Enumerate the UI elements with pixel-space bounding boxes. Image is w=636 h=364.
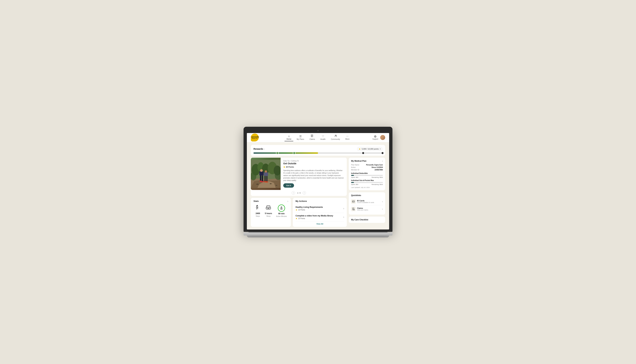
view-all-link[interactable]: View All bbox=[296, 222, 344, 225]
tip-points: ★ 20 Points bbox=[283, 166, 294, 168]
svg-point-4 bbox=[335, 135, 336, 136]
nav-right: Support bbox=[372, 135, 385, 140]
care-checklist-card: My Care Checklist bbox=[349, 216, 385, 223]
checkpoint-2: ✓ bbox=[293, 152, 296, 154]
action-title-media-video: Complete a video from my Media library bbox=[296, 214, 333, 217]
got-it-button[interactable]: Got it bbox=[283, 183, 294, 188]
stat-item-sleep: 5 hours Sleep bbox=[265, 204, 272, 217]
nav-label-claims: Claims bbox=[310, 138, 315, 140]
star-icon: ★ bbox=[359, 148, 361, 150]
rewards-title[interactable]: Rewards › bbox=[254, 148, 264, 150]
action-arrow-1: › bbox=[343, 207, 344, 210]
sleep-value: 5 hours bbox=[265, 212, 272, 214]
actions-header: My Actions bbox=[296, 200, 344, 202]
nav-item-home[interactable]: ⌂ Home bbox=[284, 134, 293, 141]
tip-body: Spending time outdoors offers a multitud… bbox=[283, 169, 344, 182]
active-label: Active Minutes bbox=[276, 216, 287, 217]
checkpoint-3 bbox=[362, 152, 364, 154]
nav-label-community: Community bbox=[331, 138, 340, 140]
user-avatar[interactable] bbox=[380, 135, 385, 140]
svg-point-41 bbox=[270, 208, 270, 208]
rewards-progress-fill: ✓ ✓ bbox=[254, 152, 318, 154]
deductible-info: Spent: $50 Remaining: $500 bbox=[351, 176, 383, 178]
deductible-fill bbox=[351, 175, 354, 176]
nav-item-claims[interactable]: Claims bbox=[308, 134, 317, 142]
prev-page-button[interactable]: ‹ bbox=[292, 191, 295, 194]
bottom-cols: Stats › bbox=[251, 198, 347, 227]
daily-tip-card: Daily Tip • Getting Fit Get Outside ★ 20… bbox=[251, 158, 347, 196]
plan-active-row: Active Since 1/1/2024 bbox=[351, 166, 383, 168]
svg-point-18 bbox=[256, 184, 259, 185]
logo[interactable]: ~personify HEALTH bbox=[251, 134, 259, 142]
action-arrow-2: › bbox=[343, 216, 344, 218]
page-indicator: 1 / 3 bbox=[297, 192, 300, 194]
nav-item-my-plans[interactable]: ☰ My Plans bbox=[295, 134, 306, 142]
svg-point-19 bbox=[270, 183, 272, 184]
tip-star-icon: ★ bbox=[283, 166, 285, 168]
action-item-healthy-living[interactable]: Healthy Living Requirements ★ 10 Points … bbox=[296, 204, 344, 213]
quicklink-arrow-id-cards: › bbox=[382, 200, 383, 203]
stats-arrow-icon[interactable]: › bbox=[288, 200, 288, 202]
support-button[interactable]: Support bbox=[372, 135, 378, 140]
nav-item-more[interactable]: ··· More bbox=[343, 134, 352, 141]
quicklink-desc-claims: View your claims bbox=[357, 209, 368, 211]
svg-rect-38 bbox=[268, 208, 269, 209]
plan-header: My Medical Plan › bbox=[351, 160, 383, 162]
plan-name-value: Personify Cigna Care bbox=[366, 164, 383, 166]
community-icon bbox=[334, 134, 337, 138]
active-icon-circle bbox=[278, 204, 285, 212]
right-column: My Medical Plan › Plan Name Personify Ci… bbox=[349, 158, 385, 223]
stats-header: Stats › bbox=[254, 200, 288, 202]
plan-arrow-icon[interactable]: › bbox=[382, 160, 383, 162]
deductible-title: Individual Deductible bbox=[351, 172, 383, 174]
quicklink-desc-id-cards: Access available ID cards bbox=[357, 202, 374, 203]
quicklink-text-claims: Claims View your claims bbox=[357, 207, 368, 211]
tip-image bbox=[251, 158, 280, 190]
steps-label: Steps bbox=[256, 215, 260, 217]
rewards-section: Rewards › ★ 5,000 / 10,000 points ▾ bbox=[251, 145, 385, 156]
quicklink-name-claims: Claims bbox=[357, 207, 368, 209]
quicklink-text-id-cards: ID Cards Access available ID cards bbox=[357, 200, 374, 203]
tip-content: Daily Tip • Getting Fit Get Outside ★ 20… bbox=[280, 158, 347, 190]
nav-items: ⌂ Home ☰ My Plans bbox=[284, 134, 352, 142]
two-col-layout: Daily Tip • Getting Fit Get Outside ★ 20… bbox=[251, 158, 385, 227]
plan-member-id-label: Member ID bbox=[351, 169, 359, 171]
screen: ~personify HEALTH ⌂ Home ☰ My Plans bbox=[247, 133, 389, 230]
rewards-header: Rewards › ★ 5,000 / 10,000 points ▾ bbox=[254, 147, 382, 151]
checkpoint-1: ✓ bbox=[276, 152, 278, 154]
care-checklist-title: My Care Checklist bbox=[351, 218, 383, 221]
plan-name-row: Plan Name Personify Cigna Care bbox=[351, 164, 383, 166]
out-of-pocket-fill bbox=[351, 182, 354, 183]
medical-plan-card: My Medical Plan › Plan Name Personify Ci… bbox=[349, 158, 385, 190]
rewards-points[interactable]: ★ 5,000 / 10,000 points ▾ bbox=[357, 147, 382, 151]
nav-item-health[interactable]: ♡ Health bbox=[318, 134, 328, 142]
nav-item-community[interactable]: Community bbox=[329, 134, 342, 142]
laptop-base bbox=[247, 236, 389, 238]
svg-point-24 bbox=[261, 181, 264, 182]
plan-member-id-value: 234567890 bbox=[374, 169, 383, 171]
actions-title: My Actions bbox=[296, 200, 307, 202]
out-of-pocket-spent: Spent: $50 bbox=[351, 184, 358, 185]
active-value: 60 min bbox=[278, 212, 284, 215]
quicklink-name-id-cards: ID Cards bbox=[357, 200, 374, 202]
actions-card: My Actions Healthy Living Requirements ★… bbox=[293, 198, 347, 227]
more-icon: ··· bbox=[346, 135, 348, 138]
support-label: Support bbox=[372, 138, 378, 140]
quicklink-item-claims[interactable]: Claims View your claims › bbox=[351, 205, 383, 212]
next-page-button[interactable]: › bbox=[302, 191, 306, 194]
out-of-pocket-info: Spent: $50 Remaining: $500 bbox=[351, 184, 383, 185]
camera bbox=[317, 130, 319, 131]
svg-point-39 bbox=[267, 208, 267, 208]
svg-point-30 bbox=[266, 181, 268, 182]
plan-member-id-row: Member ID 234567890 bbox=[351, 169, 383, 171]
action-item-media-video[interactable]: Complete a video from my Media library ★… bbox=[296, 213, 344, 222]
svg-rect-25 bbox=[260, 171, 264, 176]
screen-bezel: ~personify HEALTH ⌂ Home ☰ My Plans bbox=[244, 127, 392, 232]
stat-item-steps: 2400 Steps bbox=[255, 204, 261, 217]
action-text-media-video: Complete a video from my Media library ★… bbox=[296, 214, 333, 220]
svg-rect-28 bbox=[266, 176, 268, 182]
svg-point-7 bbox=[375, 136, 376, 137]
avatar-image bbox=[380, 135, 385, 140]
quicklink-item-id-cards[interactable]: ID Cards Access available ID cards › bbox=[351, 198, 383, 205]
out-of-pocket-remaining: Remaining: $500 bbox=[372, 184, 383, 185]
